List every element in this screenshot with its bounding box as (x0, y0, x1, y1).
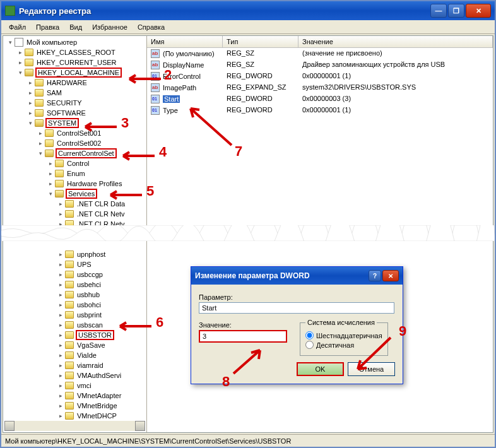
folder-icon (65, 311, 74, 319)
tree-item[interactable]: ▸HKEY_CURRENT_USER (4, 57, 145, 68)
tree-item[interactable]: ▸VMnetBridge (4, 401, 145, 411)
expand-icon[interactable]: ▸ (57, 211, 64, 217)
tree-item[interactable]: ▸viamraid (4, 360, 145, 370)
tree-item[interactable]: ▸upnphost (4, 249, 145, 259)
tree-item[interactable]: ▸usbhub (4, 290, 145, 300)
tree-item[interactable]: ▸usbscan (4, 320, 145, 330)
value-row[interactable]: ImagePathREG_EXPAND_SZsystem32\DRIVERS\U… (147, 82, 493, 93)
tree-item[interactable]: ▸UPS (4, 259, 145, 269)
base-legend: Система исчисления (305, 319, 377, 326)
value-row[interactable]: StartREG_DWORD0x00000003 (3) (147, 93, 493, 105)
collapse-icon[interactable]: ▾ (7, 39, 13, 45)
expand-icon[interactable]: ▸ (47, 170, 54, 177)
tree-item[interactable]: ▸HKEY_CLASSES_ROOT (4, 47, 145, 57)
tree-item[interactable]: ▸vmci (4, 380, 145, 391)
expand-icon[interactable]: ▸ (57, 261, 64, 268)
tree-item[interactable]: ▾Services (4, 189, 145, 199)
folder-icon (65, 331, 74, 339)
value-row[interactable]: DisplayNameREG_SZДрайвер запоминающих ус… (147, 59, 493, 71)
dialog-titlebar[interactable]: Изменение параметра DWORD ? ✕ (191, 267, 403, 285)
tree-item[interactable]: ▸VMnetDHCP (4, 411, 145, 421)
param-name-input[interactable] (199, 302, 394, 314)
radio-hex[interactable] (305, 331, 314, 339)
value-row[interactable]: (По умолчанию)REG_SZ(значение не присвое… (147, 48, 493, 59)
tree-item[interactable]: ▸Control (4, 158, 145, 168)
col-value[interactable]: Значение (298, 36, 493, 47)
expand-icon[interactable]: ▸ (57, 302, 64, 308)
tree-item[interactable]: ▾CurrentControlSet (4, 148, 145, 158)
expand-icon[interactable]: ▸ (57, 271, 64, 278)
value-input[interactable] (199, 330, 287, 343)
column-headers[interactable]: Имя Тип Значение (147, 36, 493, 48)
close-button[interactable]: ✕ (466, 4, 491, 18)
col-name[interactable]: Имя (147, 36, 223, 47)
menu-file[interactable]: Файл (4, 22, 31, 32)
expand-icon[interactable]: ▸ (17, 59, 23, 66)
menu-view[interactable]: Вид (64, 22, 87, 32)
tree-item[interactable]: ▸VMnetAdapter (4, 391, 145, 401)
cancel-button[interactable]: Отмена (348, 362, 395, 376)
expand-icon[interactable]: ▸ (57, 281, 64, 288)
col-type[interactable]: Тип (223, 36, 298, 47)
tree-item[interactable]: ▸usbehci (4, 280, 145, 290)
expand-icon[interactable]: ▸ (57, 382, 64, 389)
maximize-button[interactable]: ❐ (448, 4, 464, 18)
tree-item[interactable]: ▸VMAuthdServi (4, 370, 145, 380)
tree-item[interactable]: ▸ControlSet002 (4, 138, 145, 148)
expand-icon[interactable]: ▸ (27, 110, 33, 116)
tree-item[interactable]: ▸usbprint (4, 310, 145, 320)
value-row[interactable]: TypeREG_DWORD0x00000001 (1) (147, 105, 493, 116)
tree-item[interactable]: ▸.NET CLR Netv (4, 209, 145, 219)
tree-item[interactable]: ▸ViaIde (4, 350, 145, 360)
expand-icon[interactable]: ▸ (57, 251, 64, 257)
expand-icon[interactable]: ▸ (37, 130, 44, 136)
expand-icon[interactable]: ▸ (57, 413, 64, 419)
tree-scrollbar[interactable] (4, 421, 145, 431)
expand-icon[interactable]: ▸ (17, 49, 23, 56)
expand-icon[interactable]: ▸ (47, 180, 54, 187)
expand-icon[interactable]: ▸ (37, 140, 44, 146)
expand-icon[interactable]: ▸ (57, 403, 64, 409)
tree-item[interactable]: ▸Enum (4, 168, 145, 179)
expand-icon[interactable]: ▸ (27, 90, 33, 96)
expand-icon[interactable]: ▸ (57, 332, 64, 338)
expand-icon[interactable]: ▸ (27, 100, 33, 106)
expand-icon[interactable]: ▸ (57, 342, 64, 348)
menu-favorites[interactable]: Избранное (87, 22, 133, 32)
tree-item[interactable]: ▸usbohci (4, 300, 145, 310)
collapse-icon[interactable]: ▾ (17, 69, 23, 76)
dialog-close-button[interactable]: ✕ (382, 270, 399, 281)
expand-icon[interactable]: ▸ (47, 160, 54, 167)
tree-item[interactable]: ▸usbccgp (4, 269, 145, 280)
tree-item[interactable]: ▸Hardware Profiles (4, 179, 145, 189)
collapse-icon[interactable]: ▾ (37, 150, 44, 156)
expand-icon[interactable]: ▸ (57, 312, 64, 318)
ok-button[interactable]: OK (297, 362, 344, 376)
radio-dec[interactable] (305, 341, 314, 349)
menu-edit[interactable]: Правка (31, 22, 64, 32)
expand-icon[interactable]: ▸ (57, 201, 64, 207)
titlebar[interactable]: Редактор реестра — ❐ ✕ (1, 1, 495, 20)
collapse-icon[interactable]: ▾ (47, 191, 54, 197)
tree-item[interactable]: ▾Мой компьютер (4, 37, 145, 47)
tree-item[interactable]: ▸.NET CLR Data (4, 199, 145, 209)
minimize-button[interactable]: — (430, 4, 447, 18)
tree-item[interactable]: ▸SECURITY (4, 98, 145, 108)
dword-icon (151, 95, 160, 103)
expand-icon[interactable]: ▸ (57, 322, 64, 328)
dialog-help-button[interactable]: ? (369, 270, 381, 281)
expand-icon[interactable]: ▸ (57, 372, 64, 379)
expand-icon[interactable]: ▸ (57, 392, 64, 399)
expand-icon[interactable]: ▸ (57, 352, 64, 358)
tree-item[interactable]: ▸SAM (4, 88, 145, 98)
expand-icon[interactable]: ▸ (57, 292, 64, 298)
tree-item[interactable]: ▸VgaSave (4, 340, 145, 350)
tree-item[interactable]: ▸HARDWARE (4, 78, 145, 88)
menu-help[interactable]: Справка (133, 22, 170, 32)
collapse-icon[interactable]: ▾ (27, 120, 33, 126)
tree-item[interactable]: ▸USBSTOR (4, 330, 145, 340)
tree-item[interactable]: ▾HKEY_LOCAL_MACHINE (4, 68, 145, 78)
value-row[interactable]: ErrorControlREG_DWORD0x00000001 (1) (147, 71, 493, 82)
expand-icon[interactable]: ▸ (27, 80, 33, 86)
expand-icon[interactable]: ▸ (57, 362, 64, 368)
